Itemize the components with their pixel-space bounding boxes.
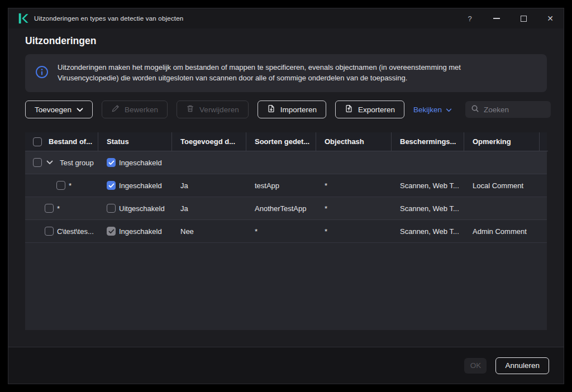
added-by-cell: Ja [172, 174, 246, 197]
item-name: * [57, 204, 60, 213]
minimize-button[interactable] [483, 8, 510, 28]
chevron-down-icon[interactable] [46, 160, 53, 165]
view-dropdown[interactable]: Bekijken [413, 106, 452, 114]
header-added-by[interactable]: Toegevoegd d... [172, 132, 246, 151]
spacer [8, 330, 564, 347]
added-by-cell: Ja [172, 197, 246, 219]
header-status[interactable]: Status [98, 132, 172, 151]
minimize-icon [493, 18, 500, 19]
delete-button-label: Verwijderen [199, 106, 239, 114]
table-row[interactable]: C\test\tes... Ingeschakeld Nee * * Scann… [25, 220, 547, 243]
status-checkbox-locked [107, 227, 116, 236]
search-icon [471, 104, 479, 115]
group-name-cell: Test group [25, 151, 98, 174]
column-label: Bestand of... [49, 137, 92, 146]
select-all-checkbox[interactable] [33, 137, 42, 146]
chevron-down-icon [446, 106, 452, 114]
empty-cell [540, 197, 548, 219]
header-file-or-folder[interactable]: Bestand of... [25, 132, 98, 151]
comment-cell: Local Comment [464, 174, 540, 197]
empty-cell [316, 151, 392, 174]
empty-cell [540, 220, 548, 242]
status-checkbox[interactable] [107, 158, 116, 167]
table-row[interactable]: * Ingeschakeld Ja testApp * Scannen, Web… [25, 174, 547, 197]
status-cell: Ingeschakeld [98, 174, 172, 197]
footer: OK Annuleren [8, 347, 564, 384]
window-title: Uitzonderingen en types van detectie van… [34, 15, 183, 22]
close-button[interactable]: ✕ [537, 8, 564, 28]
table-row-group[interactable]: Test group Ingeschakeld [25, 151, 547, 174]
search-input[interactable] [484, 106, 545, 114]
help-button[interactable]: ? [456, 8, 483, 28]
maximize-icon [521, 16, 527, 22]
page-content: Uitzonderingen Uitzonderingen maken het … [8, 28, 564, 330]
row-select-checkbox[interactable] [45, 227, 54, 236]
edit-button[interactable]: Bewerken [102, 101, 168, 118]
object-hash-cell: * [316, 197, 392, 219]
detected-types-cell: AnotherTestApp [246, 197, 316, 219]
window-controls: ? ✕ [456, 8, 564, 28]
import-icon [267, 104, 275, 114]
titlebar: Uitzonderingen en types van detectie van… [8, 8, 564, 28]
empty-cell [464, 151, 540, 174]
trash-icon [186, 104, 194, 114]
protection-cell: Scannen, Web T... [392, 220, 464, 242]
maximize-button[interactable] [510, 8, 537, 28]
empty-cell [172, 151, 246, 174]
search-box [465, 101, 551, 118]
import-button[interactable]: Importeren [258, 101, 326, 118]
added-by-cell: Nee [172, 220, 246, 242]
status-checkbox[interactable] [107, 181, 116, 190]
protection-cell: Scannen, Web T... [392, 174, 464, 197]
comment-cell: Admin Comment [464, 220, 540, 242]
table-empty-area [25, 243, 547, 330]
export-button[interactable]: Exporteren [335, 101, 404, 118]
import-button-label: Importeren [280, 106, 317, 114]
kaspersky-logo-icon [17, 13, 28, 24]
status-label: Ingeschakeld [119, 227, 162, 236]
empty-cell [540, 174, 548, 197]
edit-button-label: Bewerken [125, 106, 158, 114]
exclusions-table: Bestand of... Status Toegevoegd d... Soo… [25, 132, 547, 330]
page-title: Uitzonderingen [25, 35, 547, 47]
header-detected-types[interactable]: Soorten gedet... [246, 132, 316, 151]
app-window: Uitzonderingen en types van detectie van… [8, 8, 564, 384]
protection-cell: Scannen, Web T... [392, 197, 464, 219]
item-name-cell: * [25, 174, 98, 197]
ok-button[interactable]: OK [464, 358, 487, 374]
cancel-button[interactable]: Annuleren [495, 357, 549, 374]
export-icon [345, 104, 353, 114]
row-select-checkbox[interactable] [33, 158, 42, 167]
info-icon [35, 65, 49, 81]
status-label: Ingeschakeld [119, 181, 162, 190]
group-name: Test group [60, 159, 94, 167]
export-button-label: Exporteren [358, 106, 395, 114]
comment-cell [464, 197, 540, 219]
status-label: Uitgeschakeld [119, 204, 165, 213]
row-select-checkbox[interactable] [45, 204, 54, 213]
header-comment[interactable]: Opmerking [464, 132, 540, 151]
status-label: Ingeschakeld [119, 159, 162, 167]
delete-button[interactable]: Verwijderen [177, 101, 249, 118]
item-name: * [69, 181, 72, 190]
empty-cell [540, 151, 548, 174]
header-protection[interactable]: Beschermings... [392, 132, 464, 151]
table-row[interactable]: * Uitgeschakeld Ja AnotherTestApp * Scan… [25, 197, 547, 220]
row-select-checkbox[interactable] [56, 181, 65, 190]
object-hash-cell: * [316, 174, 392, 197]
object-hash-cell: * [316, 220, 392, 242]
empty-cell [392, 151, 464, 174]
status-checkbox[interactable] [107, 204, 116, 213]
chevron-down-icon [77, 106, 83, 114]
add-button[interactable]: Toevoegen [25, 101, 93, 118]
status-cell: Uitgeschakeld [98, 197, 172, 219]
item-name-cell: * [25, 197, 98, 219]
info-text: Uitzonderingen maken het mogelijk om bes… [58, 63, 521, 84]
item-name-cell: C\test\tes... [25, 220, 98, 242]
pencil-icon [111, 104, 120, 114]
view-dropdown-label: Bekijken [413, 106, 442, 114]
header-object-hash[interactable]: Objecthash [316, 132, 392, 151]
detected-types-cell: * [246, 220, 316, 242]
add-button-label: Toevoegen [35, 106, 72, 114]
item-name: C\test\tes... [57, 227, 94, 236]
